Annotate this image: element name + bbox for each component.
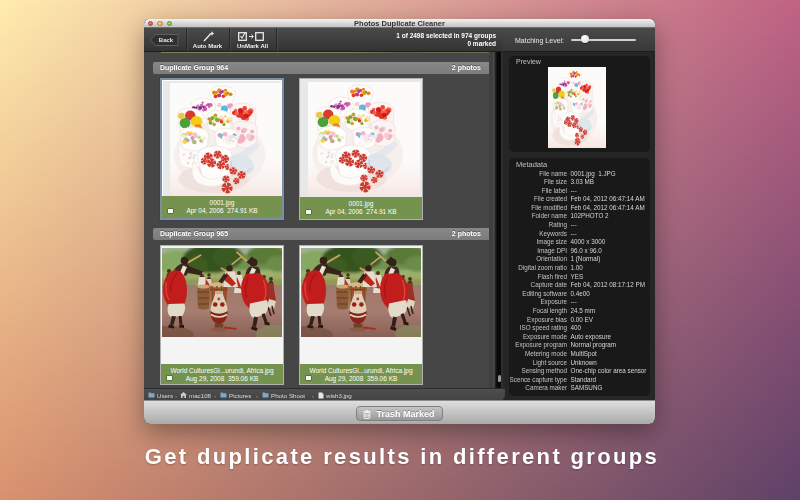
svg-text:Back: Back [159,37,174,43]
